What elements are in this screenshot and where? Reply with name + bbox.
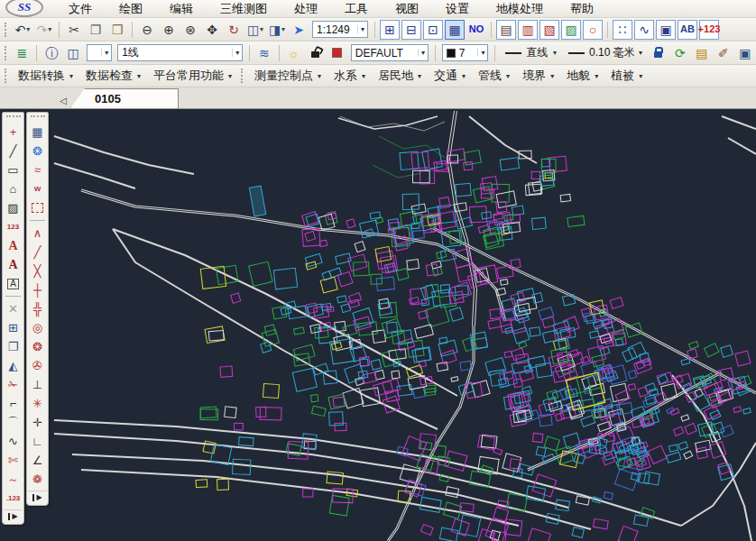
draw-textbox[interactable]: A: [4, 274, 23, 293]
menu-control-points[interactable]: 测量控制点▾: [248, 65, 327, 87]
object-info[interactable]: ⓘ: [41, 43, 61, 63]
numbering[interactable]: .123: [4, 489, 23, 508]
draw-text-big[interactable]: A: [4, 255, 23, 274]
dropdown-caret[interactable]: ▾: [357, 25, 367, 33]
menu-item-5[interactable]: 工具: [332, 0, 381, 19]
draworder-select[interactable]: ○: [583, 20, 603, 40]
layer-preview[interactable]: ◫: [63, 43, 83, 63]
dropdown-caret[interactable]: ▾: [477, 49, 487, 57]
drawing-tab-0105[interactable]: 0105: [70, 88, 179, 108]
layer-unlock[interactable]: [306, 43, 326, 63]
axis-annotate[interactable]: ∟: [28, 432, 47, 451]
zoom-window[interactable]: ⊛: [180, 20, 200, 40]
gear-symbol[interactable]: ❁: [28, 470, 47, 489]
dropdown-caret[interactable]: ▾: [260, 25, 263, 33]
draw-rect[interactable]: ▭: [4, 160, 23, 179]
vegetation-symbol[interactable]: W: [28, 179, 47, 198]
menu-item-2[interactable]: 编辑: [157, 0, 206, 19]
toolbar-grip[interactable]: [241, 69, 245, 83]
menu-item-1[interactable]: 绘图: [106, 0, 155, 19]
viewport-single[interactable]: ⊞: [380, 20, 400, 40]
zoom-in[interactable]: ⊕: [159, 20, 179, 40]
menu-traffic[interactable]: 交通▾: [428, 65, 472, 87]
menu-residential[interactable]: 居民地▾: [372, 65, 428, 87]
ribbon-feature[interactable]: ≈: [28, 160, 47, 179]
node-delete[interactable]: ╳: [28, 261, 47, 280]
layer-list[interactable]: ≣: [12, 43, 32, 63]
palette-grip[interactable]: [6, 115, 21, 122]
trim-extend[interactable]: ⌐: [4, 394, 23, 413]
fly-view[interactable]: ➤: [289, 20, 309, 40]
draworder-top[interactable]: ▤: [496, 20, 516, 40]
menu-platform-tools[interactable]: 平台常用功能▾: [147, 65, 238, 87]
layer-filter-field[interactable]: ▾: [87, 44, 112, 61]
clip[interactable]: ✄: [4, 451, 23, 470]
dropdown-caret[interactable]: ▾: [281, 25, 285, 33]
named-view[interactable]: ◫▾: [245, 20, 265, 40]
polyline-style[interactable]: ∿: [634, 20, 654, 40]
toolbar-grip[interactable]: [5, 69, 9, 83]
text-style[interactable]: AB: [678, 20, 697, 40]
symbol-library[interactable]: ❂: [28, 142, 47, 160]
no-clip[interactable]: NO: [466, 20, 486, 40]
copy-object[interactable]: ❐: [4, 337, 23, 356]
color-combo[interactable]: 7▾: [442, 44, 489, 61]
segment-node[interactable]: ╱: [28, 243, 47, 261]
lineweight-combo[interactable]: 0.10 毫米▾: [565, 44, 645, 61]
lasso-select[interactable]: ✇: [28, 356, 47, 375]
viewport-grid[interactable]: ▦: [445, 20, 465, 40]
regen-view[interactable]: ◨▾: [267, 20, 287, 40]
menu-water[interactable]: 水系▾: [327, 65, 372, 87]
map-drawing[interactable]: [50, 109, 756, 541]
perpendicular[interactable]: ⊥: [28, 375, 47, 394]
menu-item-9[interactable]: 帮助: [558, 0, 606, 19]
point-style[interactable]: ∷: [613, 20, 632, 40]
pan[interactable]: ✥: [202, 20, 222, 40]
menu-item-8[interactable]: 地模处理: [484, 0, 556, 19]
pipe-curve[interactable]: ～: [4, 470, 23, 489]
dropdown-caret[interactable]: ▾: [636, 49, 645, 57]
draw-line[interactable]: ╱: [4, 142, 23, 160]
arc-bump[interactable]: ⌒: [4, 413, 23, 432]
menu-boundary[interactable]: 境界▾: [516, 65, 560, 87]
tab-back-button[interactable]: ◁: [56, 92, 70, 108]
draworder-down[interactable]: ▧: [539, 20, 559, 40]
toolbar-grip[interactable]: [5, 46, 8, 60]
polygon-node[interactable]: ❂: [28, 337, 47, 356]
spline-curve[interactable]: ∿: [4, 432, 23, 451]
orbit[interactable]: ↻: [224, 20, 244, 40]
brush[interactable]: ✐: [714, 43, 733, 63]
point-on-line[interactable]: ✛: [28, 413, 47, 432]
palette-draw-overflow[interactable]: ▶: [4, 509, 23, 522]
paste[interactable]: ❒: [107, 20, 127, 40]
menu-item-4[interactable]: 处理: [281, 0, 330, 19]
layer-manager[interactable]: ≋: [254, 43, 274, 63]
menu-vegetation[interactable]: 植被▾: [604, 65, 649, 87]
draw-dimension[interactable]: 123: [4, 217, 23, 236]
node-insert[interactable]: ┼: [28, 280, 47, 299]
dropdown-caret[interactable]: ▾: [232, 49, 242, 57]
toolbar-grip[interactable]: [5, 23, 9, 37]
draw-text[interactable]: A: [4, 236, 23, 255]
palette-edit-overflow[interactable]: ▶: [28, 491, 47, 503]
cut[interactable]: ✂: [64, 20, 84, 40]
copy[interactable]: ❐: [86, 20, 106, 40]
layer-combo[interactable]: 1线▾: [117, 44, 243, 61]
menu-item-3[interactable]: 三维测图: [207, 0, 280, 19]
menu-item-0[interactable]: 文件: [56, 0, 105, 19]
erase[interactable]: ✕: [4, 299, 23, 318]
monitor[interactable]: ▣: [735, 43, 755, 63]
viewport-three[interactable]: ⊡: [423, 20, 443, 40]
menu-item-6[interactable]: 视图: [383, 0, 431, 19]
circle-center[interactable]: ◎: [28, 318, 47, 337]
style-combo[interactable]: DEFAULT▾: [351, 44, 429, 61]
scale-combo[interactable]: 1:1249▾: [312, 21, 368, 38]
dropdown-caret[interactable]: ▾: [418, 49, 428, 57]
draworder-bottom[interactable]: ▨: [561, 20, 581, 40]
dropdown-caret[interactable]: ▾: [101, 49, 111, 57]
zoom-out[interactable]: ⊖: [137, 20, 157, 40]
attribute-table[interactable]: ▦: [28, 123, 47, 142]
map-canvas[interactable]: +╱▭⌂▨123AAA✕⊞❐◭✁⌐⌒∿✄～.123▶ ▦❂≈W∧╱╳┼╬◎❂✇⊥…: [0, 109, 756, 541]
mirror[interactable]: ◭: [4, 356, 23, 375]
redo[interactable]: ↷▾: [34, 20, 54, 40]
